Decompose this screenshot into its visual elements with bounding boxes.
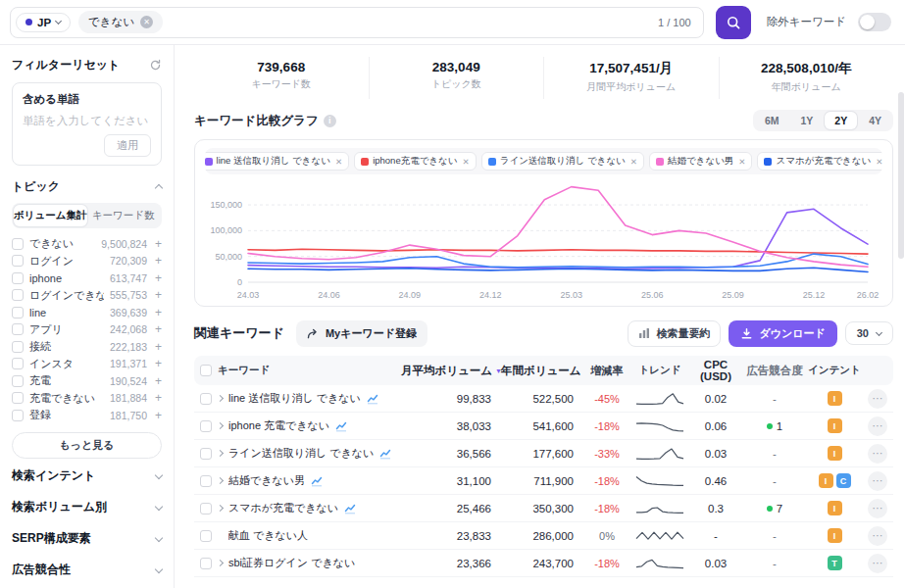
topic-item[interactable]: line 369,639 + [12,304,162,321]
table-row[interactable]: iphone 充電できない 38,033 541,600 -18% 0.06 1… [194,413,893,440]
search-button[interactable] [716,6,751,39]
remove-tag-icon[interactable]: ✕ [140,16,153,28]
topic-section-header[interactable]: トピック [12,178,162,195]
keyword-chart-icon[interactable] [344,503,356,514]
row-actions-button[interactable]: ⋯ [868,389,887,409]
topic-checkbox[interactable] [12,307,24,318]
row-actions-button[interactable]: ⋯ [868,416,887,436]
download-button[interactable]: ダウンロード [729,320,836,347]
row-actions-button[interactable]: ⋯ [868,554,887,573]
table-row[interactable]: sbi証券ログイン できない 23,366 243,700 -18% 0.03 … [194,550,893,577]
table-row[interactable]: ライン送信取り消し できない 36,566 177,600 -33% 0.03 … [194,440,893,467]
info-icon[interactable]: i [324,115,336,127]
topic-item[interactable]: ログインできない 555,753 + [12,287,162,305]
filter-reset[interactable]: フィルターリセット [12,57,162,74]
table-row[interactable]: 結婚できない男 31,100 711,900 -18% 0.46 - IC ⋯ [194,467,893,495]
apply-button[interactable]: 適用 [104,134,151,157]
keyword-text[interactable]: ライン送信取り消し できない [228,446,374,461]
sidebar-section[interactable]: SERP構成要素 [12,523,162,555]
my-keyword-register-button[interactable]: Myキーワード登録 [296,320,427,347]
topic-item[interactable]: 充電できない 181,884 + [12,390,162,408]
table-row[interactable]: スマホが充電できない 25,466 350,300 -18% 0.3 7 I ⋯ [194,495,893,522]
page-size-select[interactable]: 30 [845,321,893,345]
column-yearly-volume[interactable]: 年間ボリューム [501,364,583,378]
add-topic-icon[interactable]: + [153,409,162,422]
column-ad-competition[interactable]: 広告競合度 [742,364,807,378]
add-topic-icon[interactable]: + [153,374,162,388]
keyword-text[interactable]: line 送信取り消し できない [228,391,361,406]
keyword-chart-icon[interactable] [379,448,391,460]
topic-item[interactable]: 充電 190,524 + [12,372,162,390]
scrollbar[interactable] [898,92,904,588]
keyword-chart-icon[interactable] [311,475,323,487]
expand-row-icon[interactable] [218,477,224,484]
column-monthly-volume[interactable]: 月平均ボリューム▼ [401,364,501,378]
expand-row-icon[interactable] [218,505,224,512]
add-topic-icon[interactable]: + [153,391,162,405]
keyword-chart-icon[interactable] [335,420,347,432]
legend-remove-icon[interactable]: ✕ [738,157,745,167]
row-actions-button[interactable]: ⋯ [868,526,887,546]
keyword-text[interactable]: sbi証券ログイン できない [228,556,355,570]
sidebar-section[interactable]: 検索ボリューム別 [12,492,162,523]
search-box[interactable]: JP できない ✕ 1 / 100 [10,7,704,38]
select-all-checkbox[interactable] [200,365,212,376]
row-actions-button[interactable]: ⋯ [868,444,887,464]
topic-tab[interactable]: ボリューム集計 [14,205,87,226]
add-topic-icon[interactable]: + [153,288,162,302]
keyword-tag[interactable]: できない ✕ [78,11,163,33]
add-topic-icon[interactable]: + [153,357,162,370]
add-topic-icon[interactable]: + [153,254,162,268]
range-button[interactable]: 4Y [859,112,891,129]
keyword-text[interactable]: 結婚できない男 [228,473,305,488]
legend-remove-icon[interactable]: ✕ [463,157,470,167]
reset-icon[interactable] [149,59,162,72]
topic-checkbox[interactable] [12,323,24,335]
sidebar-section[interactable]: 検索インテント [12,461,162,492]
topic-item[interactable]: アプリ 242,068 + [12,321,162,339]
range-button[interactable]: 6M [755,112,789,129]
add-topic-icon[interactable]: + [153,340,162,354]
table-row[interactable]: 献血 できない人 23,833 286,000 0% - - I ⋯ [194,522,893,550]
row-actions-button[interactable]: ⋯ [868,471,887,491]
topic-checkbox[interactable] [12,375,24,387]
topic-checkbox[interactable] [12,238,24,250]
include-words-input[interactable] [23,115,151,126]
row-checkbox[interactable] [200,475,212,487]
add-topic-icon[interactable]: + [153,237,162,251]
column-change-rate[interactable]: 増減率 [583,364,630,378]
topic-item[interactable]: できない 9,500,824 + [12,235,162,253]
keyword-text[interactable]: スマホが充電できない [228,501,338,515]
topic-item[interactable]: iphone 613,747 + [12,270,162,287]
keyword-text[interactable]: 献血 できない人 [228,528,308,543]
search-volume-summary-button[interactable]: 検索量要約 [628,320,721,347]
legend-remove-icon[interactable]: ✕ [335,157,342,167]
range-button[interactable]: 1Y [790,112,823,129]
topic-tab[interactable]: キーワード数 [87,205,161,226]
row-checkbox[interactable] [200,420,212,432]
topic-checkbox[interactable] [12,341,24,353]
topic-checkbox[interactable] [12,410,24,421]
topic-checkbox[interactable] [12,289,24,301]
add-topic-icon[interactable]: + [153,306,162,319]
keyword-text[interactable]: iphone 充電できない [228,418,329,433]
topic-checkbox[interactable] [12,272,24,284]
legend-chip[interactable]: iphone充電できない ✕ [354,152,477,171]
expand-row-icon[interactable] [218,422,224,429]
scrollbar-thumb[interactable] [898,92,904,259]
row-checkbox[interactable] [200,393,212,405]
row-actions-button[interactable]: ⋯ [868,499,887,518]
expand-row-icon[interactable] [218,560,224,566]
add-topic-icon[interactable]: + [153,271,162,285]
legend-remove-icon[interactable]: ✕ [630,157,637,167]
exclude-keywords-toggle[interactable] [858,13,891,31]
legend-chip[interactable]: ライン送信取り消し できない ✕ [481,152,644,171]
legend-chip[interactable]: 結婚できない男 ✕ [649,152,753,171]
topic-checkbox[interactable] [12,392,24,404]
sidebar-section[interactable]: 広告競合性 [12,555,162,586]
range-button[interactable]: 2Y [825,112,857,129]
topic-item[interactable]: インスタ 191,371 + [12,356,162,373]
topic-checkbox[interactable] [12,255,24,267]
topic-item[interactable]: 登録 181,750 + [12,407,162,424]
expand-row-icon[interactable] [218,450,224,457]
